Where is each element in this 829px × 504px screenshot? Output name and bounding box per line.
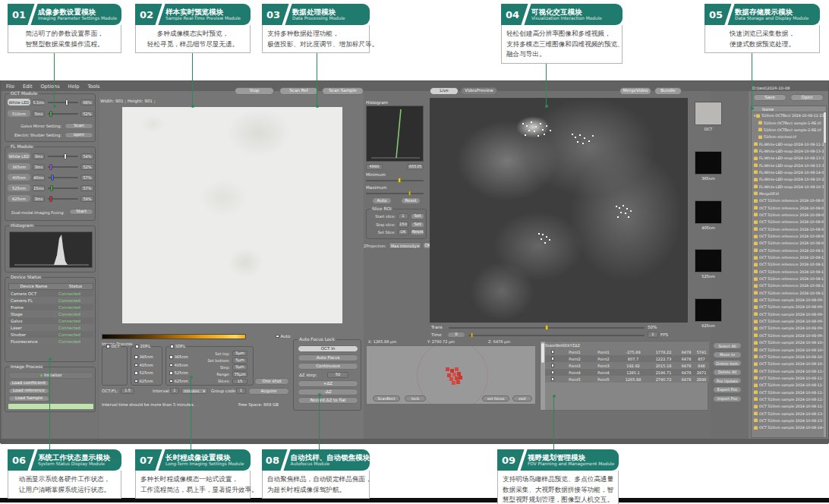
slider-handle[interactable]: [65, 99, 68, 106]
exposure-time-field[interactable]: 15ms: [33, 185, 45, 191]
file-row[interactable]: OCT 510nm sample 2024-10-08-10-06-02.tif: [752, 339, 826, 346]
record-dz-button[interactable]: Record ΔZ to flat: [298, 397, 358, 404]
stop-button[interactable]: Stop: [235, 87, 274, 95]
dual-modal-start-button[interactable]: Start: [69, 209, 93, 215]
file-row[interactable]: OCT 510nm reference 2024-10-08-11-05-09.…: [752, 261, 826, 268]
file-row[interactable]: OCT 510nm reference 2024-10-08-09-08-12.…: [752, 204, 826, 211]
fps-field[interactable]: 1: [648, 332, 658, 338]
channel-thumbnail[interactable]: 525nm: [695, 249, 725, 298]
oct-check-title[interactable]: OCT: [106, 344, 121, 349]
tab-video-preview[interactable]: VideoPreview: [461, 87, 497, 95]
exposure-time-field[interactable]: 5.1ms: [33, 99, 45, 106]
interval-unit-dropdown[interactable]: minutes▾: [181, 388, 207, 394]
led-channel-button[interactable]: White LED: [8, 153, 30, 159]
file-row[interactable]: OCT 510nm sample 2024-10-08-09-26-33.tif: [752, 325, 826, 332]
minus-dz-button[interactable]: -ΔZ: [298, 389, 358, 395]
file-row[interactable]: OCT 510nm sample 2024-10-08-11-28-40.tif: [752, 403, 826, 410]
file-row[interactable]: OCT 510nm sample 2024-10-08-10-31-49.tif: [752, 361, 826, 367]
roi-value-field[interactable]: 1: [398, 213, 408, 219]
file-row[interactable]: OCT 510nm reference 2024-10-08-09-35-11.…: [752, 240, 826, 247]
slider-handle[interactable]: [398, 178, 401, 183]
one-shot-button[interactable]: One shot: [254, 378, 289, 385]
file-row[interactable]: OCT 510nm reference 2024-10-08-11-19-01.…: [752, 276, 826, 282]
file-row[interactable]: OCT 510nm sample 2024-10-08-13-31-52.tif: [752, 417, 826, 424]
file-row[interactable]: OCT 510nm sample 2024-10-08-13-26-35.tif: [752, 410, 826, 417]
save-button[interactable]: Save: [753, 94, 786, 101]
roi-value-field[interactable]: OK: [398, 229, 408, 235]
dz-step-field[interactable]: 50: [327, 372, 348, 378]
power-slider[interactable]: [48, 102, 78, 103]
table-action-button[interactable]: Delete Item: [713, 360, 742, 367]
file-row[interactable]: OCT 510nm reference 2024-10-08-09-26-19.…: [752, 233, 826, 240]
channel-checkbox[interactable]: 365nm: [169, 353, 188, 361]
shutter-setting-button[interactable]: open: [65, 132, 93, 138]
power-slider[interactable]: [48, 113, 78, 115]
column-header[interactable]: Well: [555, 343, 563, 348]
open-button[interactable]: Open: [790, 94, 824, 101]
thumbnail-image[interactable]: [695, 249, 722, 272]
device-row[interactable]: Laser Connected: [8, 324, 93, 331]
exposure-time-field[interactable]: 40ms: [33, 175, 45, 181]
table-action-button[interactable]: Delete All: [713, 369, 742, 376]
led-channel-button[interactable]: White LED: [8, 99, 30, 106]
row-checkbox[interactable]: [545, 377, 560, 382]
channel-thumbnail[interactable]: 405nm: [695, 200, 725, 250]
channel-checkbox[interactable]: 625nm: [169, 377, 188, 386]
scan-sample-button[interactable]: Scan Sample: [322, 87, 364, 95]
param-value-field[interactable]: 15: [232, 379, 247, 385]
exposure-time-field[interactable]: 5ms: [33, 111, 45, 117]
hist-auto-button[interactable]: Auto: [372, 197, 392, 204]
file-row[interactable]: 510nm stitched.tif: [752, 134, 826, 140]
file-row[interactable]: FL-White-LED-snap-2024-10-08-13-26-17.ti…: [752, 148, 826, 155]
colormap-auto-checkbox[interactable]: Auto: [276, 333, 291, 339]
slider-handle[interactable]: [471, 332, 474, 338]
trans-slider[interactable]: [449, 327, 645, 329]
device-row[interactable]: Fluorescence Connected: [8, 338, 93, 345]
channel-checkbox[interactable]: 625nm: [134, 377, 153, 386]
oct-in-button[interactable]: OCT In: [298, 345, 358, 352]
file-row[interactable]: OCT 510nm sample 2024-10-08-10-09-41.tif: [752, 346, 826, 353]
roi-value-field[interactable]: 150: [398, 222, 408, 228]
file-row[interactable]: OCT 510nm reference 2024-10-08-09-08-43.…: [752, 212, 826, 219]
thumbnail-image[interactable]: [695, 298, 722, 322]
channel-checkbox[interactable]: 525nm: [169, 369, 188, 377]
interval-field[interactable]: 1: [170, 388, 179, 394]
file-row[interactable]: OCT 510nm reference 2024-10-08-11-17-45.…: [752, 269, 826, 276]
load-button[interactable]: Load coefficient: [8, 380, 49, 386]
slider-handle[interactable]: [51, 175, 54, 181]
device-row[interactable]: Shutter Connected: [8, 331, 93, 338]
power-slider[interactable]: [48, 177, 78, 178]
exposure-time-field[interactable]: 3ms: [33, 196, 45, 202]
led-channel-button[interactable]: 365nm: [8, 163, 30, 170]
file-row[interactable]: OCT 510nm reference 2024-10-08-09-14-34.…: [752, 226, 826, 233]
file-row[interactable]: OCT 510nm sample 2024-10-08-11-23-50.tif: [752, 389, 826, 395]
device-row[interactable]: Camera OCT Connected: [8, 290, 93, 297]
fl3d-check-title[interactable]: 3DFL: [169, 344, 186, 349]
led-channel-button[interactable]: 405nm: [8, 174, 30, 181]
file-scrollbar[interactable]: [824, 112, 826, 438]
file-row[interactable]: OCT 510nm sample 2024-10-08-11-05-33.tif: [752, 367, 826, 374]
scan-rect-button[interactable]: ScanRect: [373, 395, 400, 402]
set-focus-button[interactable]: set focus: [482, 395, 509, 402]
row-checkbox[interactable]: [545, 350, 560, 354]
row-checkbox[interactable]: [545, 357, 560, 361]
lock-button[interactable]: lock: [405, 395, 426, 402]
slider-handle[interactable]: [49, 164, 52, 170]
table-action-button[interactable]: Export Pos: [713, 386, 742, 393]
bundle-button[interactable]: Bundle: [654, 87, 682, 95]
file-row[interactable]: FL-White-LED-snap-2024-10-08-13-31-41.ti…: [752, 162, 826, 169]
octfl-field[interactable]: 1.5: [121, 388, 134, 394]
menu-item[interactable]: Tools: [87, 83, 99, 90]
table-action-button[interactable]: Import Pos: [713, 395, 742, 402]
roi-action-button[interactable]: Set: [411, 213, 424, 219]
hist-min-field[interactable]: 4990: [366, 164, 383, 170]
hist-reset-button[interactable]: Reset: [401, 197, 421, 204]
oct-preview-image[interactable]: [122, 107, 342, 323]
row-checkbox[interactable]: [545, 364, 560, 368]
table-action-button[interactable]: Move to: [713, 351, 742, 358]
file-row[interactable]: OCT 510nm sample 2024-10-08-11-25-31.tif: [752, 396, 826, 403]
param-value-field[interactable]: 75μm: [232, 371, 247, 377]
device-row[interactable]: Galvo Connected: [8, 317, 93, 324]
point-row[interactable]: Point2 Point2 807.7 1222.73 6478 857: [545, 355, 709, 362]
menu-item[interactable]: File: [6, 83, 14, 90]
